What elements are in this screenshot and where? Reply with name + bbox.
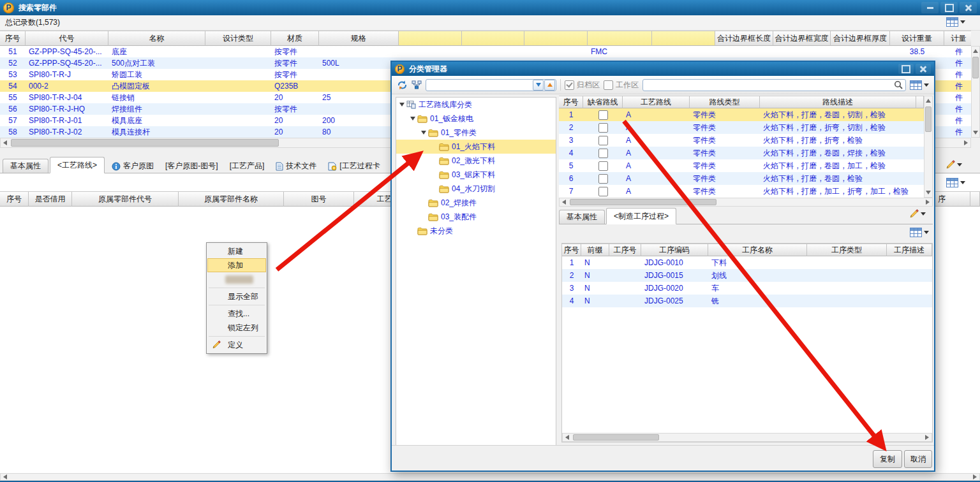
scroll-left-icon[interactable] [1, 139, 10, 147]
workspace-checkbox[interactable]: 工作区 [604, 80, 639, 91]
table-row[interactable]: 5A零件类火焰下料，打磨，卷圆，加工，检验 [559, 159, 924, 172]
edit-button[interactable] [946, 160, 962, 169]
chevron-down-icon[interactable] [924, 84, 929, 87]
tab-3[interactable]: [客户原图-图号] [160, 159, 224, 173]
chevron-down-icon[interactable] [957, 163, 962, 166]
table-row[interactable]: 4NJDJG-0025铣 [562, 295, 932, 307]
column-header[interactable]: 路线描述 [760, 96, 916, 108]
checkbox-unchecked-icon[interactable] [598, 110, 608, 120]
scroll-down-icon[interactable] [972, 128, 979, 137]
column-header[interactable] [462, 31, 524, 46]
column-header[interactable]: 工序描述 [887, 244, 932, 256]
column-header[interactable]: 合计边界框宽度 [773, 31, 831, 46]
tree-item[interactable]: 04_水刀切割 [396, 182, 556, 196]
tree-item[interactable]: 02_焊接件 [396, 196, 556, 210]
route-table-horizontal-scrollbar[interactable] [559, 198, 933, 207]
table-row[interactable]: 4A零件类火焰下料，打磨，卷圆，焊接，检验 [559, 147, 924, 159]
scroll-right-icon[interactable] [961, 139, 970, 147]
maximize-button[interactable] [940, 2, 958, 13]
parts-table-vertical-scrollbar[interactable] [971, 46, 980, 138]
column-settings-button[interactable] [946, 17, 965, 27]
dialog-tab-0[interactable]: 基本属性 [559, 210, 605, 224]
navigate-up-button[interactable] [544, 80, 555, 91]
checkbox-unchecked-icon[interactable] [598, 149, 608, 158]
dialog-tab-active[interactable]: <制造工序过程> [606, 208, 676, 224]
checkbox-unchecked-icon[interactable] [598, 174, 608, 184]
menu-item[interactable]: 定义 [207, 338, 266, 352]
menu-item[interactable]: 查找... [207, 307, 266, 321]
column-settings-button[interactable] [910, 80, 929, 90]
tab-0[interactable]: 基本属性 [3, 159, 48, 173]
scrollbar-thumb[interactable] [570, 199, 716, 205]
copy-button[interactable]: 复制 [873, 450, 902, 468]
column-header[interactable] [399, 31, 462, 46]
scrollbar-thumb[interactable] [11, 139, 279, 147]
column-header[interactable]: 原属零部件代号 [72, 191, 179, 207]
tab-2[interactable]: 客户原图 [106, 159, 160, 173]
table-row[interactable]: 2NJDJG-0015划线 [562, 269, 932, 282]
column-header[interactable]: 名称 [108, 31, 205, 46]
table-row[interactable]: 1A零件类火焰下料，打磨，卷圆，切割，检验 [559, 108, 924, 121]
table-row[interactable]: 3NJDJG-0020车 [562, 282, 932, 295]
scrollbar-thumb[interactable] [925, 106, 932, 132]
tab-5[interactable]: 技术文件 [270, 159, 322, 173]
scroll-up-icon[interactable] [972, 47, 979, 55]
column-settings-button[interactable] [910, 228, 929, 237]
table-row[interactable]: 6A零件类火焰下料，打磨，卷圆，检验 [559, 172, 924, 185]
chevron-down-icon[interactable] [960, 181, 965, 184]
column-header[interactable]: 缺省路线 [583, 96, 623, 108]
column-header[interactable]: 前缀 [581, 244, 609, 256]
column-header[interactable]: 计量 [944, 31, 971, 46]
scrollbar-thumb[interactable] [573, 434, 659, 441]
menu-item[interactable]: 锁定左列 [207, 321, 266, 335]
column-header[interactable]: 工序号 [609, 244, 641, 256]
tree-item[interactable]: 工艺路线库分类 [396, 98, 556, 112]
tab-4[interactable]: [工艺产品] [224, 159, 271, 173]
column-header[interactable]: 图号 [284, 191, 354, 207]
column-header[interactable]: 序号 [0, 31, 26, 46]
tree-item[interactable]: 01_火焰下料 [396, 140, 556, 154]
archive-checkbox[interactable]: 归档区 [565, 80, 600, 91]
table-row[interactable]: 2A零件类火焰下料，打磨，折弯，切割，检验 [559, 121, 924, 134]
close-button[interactable] [960, 2, 977, 13]
tree-item[interactable]: 02_激光下料 [396, 154, 556, 168]
menu-item[interactable]: 显示全部 [207, 289, 266, 303]
scroll-left-icon[interactable] [563, 434, 572, 441]
column-header[interactable]: 原属零部件名称 [179, 191, 284, 207]
checkbox-unchecked-icon[interactable] [598, 123, 608, 133]
minimize-button[interactable] [921, 2, 939, 13]
scroll-right-icon[interactable] [970, 473, 979, 481]
scroll-left-icon[interactable] [1, 473, 10, 481]
column-header[interactable]: 路线类型 [690, 96, 760, 108]
scroll-left-icon[interactable] [560, 198, 568, 206]
tree-item[interactable]: 01_零件类 [396, 126, 556, 140]
search-icon[interactable] [894, 80, 903, 90]
edit-button[interactable] [910, 209, 926, 218]
column-settings-button[interactable] [946, 178, 965, 187]
table-row[interactable]: 7A零件类火焰下料，打磨，加工，折弯，加工，检验 [559, 185, 924, 198]
menu-item[interactable]: 添加 [207, 258, 266, 272]
column-header[interactable] [588, 31, 652, 46]
column-header[interactable] [652, 31, 715, 46]
navigate-down-button[interactable] [533, 80, 544, 91]
column-header[interactable]: 工艺路线 [623, 96, 690, 108]
tree-item[interactable]: 01_钣金核电 [396, 112, 556, 126]
chevron-expanded-icon[interactable] [399, 103, 405, 106]
chevron-expanded-icon[interactable] [421, 131, 426, 135]
tree-item[interactable]: 03_装配件 [396, 210, 556, 224]
column-header[interactable]: 序 [935, 191, 970, 207]
search-field[interactable] [642, 79, 906, 91]
route-table-vertical-scrollbar[interactable] [924, 96, 933, 198]
table-row[interactable]: 3A零件类火焰下料，打磨，折弯，检验 [559, 134, 924, 147]
checkbox-unchecked-icon[interactable] [598, 161, 608, 171]
scroll-right-icon[interactable] [923, 434, 932, 441]
tree-navigate-field[interactable] [426, 79, 556, 91]
column-header[interactable]: 材质 [271, 31, 319, 46]
tree-item[interactable]: 03_锯床下料 [396, 168, 556, 182]
scroll-down-icon[interactable] [924, 188, 932, 197]
column-header[interactable]: 合计边界框长度 [715, 31, 773, 46]
column-header[interactable]: 规格 [319, 31, 399, 46]
table-row[interactable]: 1NJDJG-0010下料 [562, 256, 932, 269]
scroll-right-icon[interactable] [923, 198, 932, 206]
tree-item[interactable]: 未分类 [396, 224, 556, 238]
